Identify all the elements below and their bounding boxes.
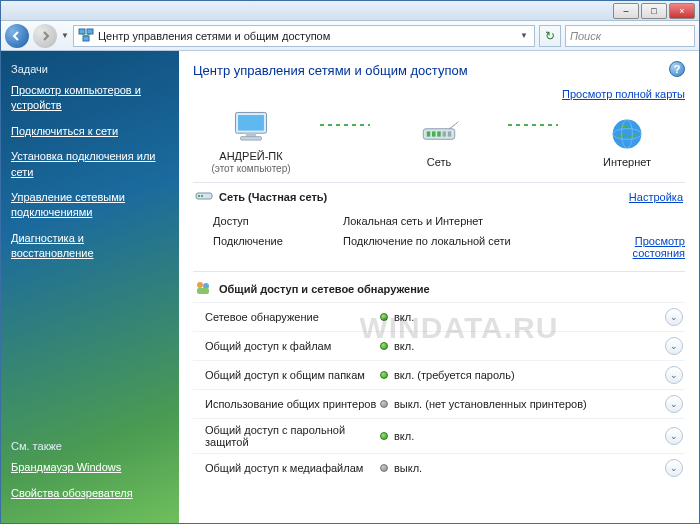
svg-rect-0 <box>79 29 85 34</box>
option-name: Использование общих принтеров <box>205 398 380 410</box>
network-hub-small-icon <box>195 189 211 205</box>
svg-rect-23 <box>197 288 209 294</box>
view-full-map-link[interactable]: Просмотр полной карты <box>562 88 685 100</box>
network-hub-icon <box>418 119 460 149</box>
svg-rect-19 <box>198 195 200 197</box>
arrow-left-icon <box>12 31 22 41</box>
svg-rect-8 <box>241 137 262 140</box>
svg-rect-1 <box>87 29 93 34</box>
svg-rect-7 <box>246 133 256 136</box>
diagram-node-internet: Интернет <box>572 112 682 168</box>
diagram-node-network: Сеть <box>384 112 494 168</box>
sidebar-link-setup-connection[interactable]: Установка подключения или сети <box>11 149 169 180</box>
computer-icon <box>230 109 272 147</box>
option-status: выкл. (нет установленных принтеров) <box>380 398 665 410</box>
option-name: Общий доступ с парольной защитой <box>205 424 380 448</box>
sharing-section-header: Общий доступ и сетевое обнаружение <box>193 271 685 302</box>
sharing-option-row: Общий доступ к общим папкамвкл. (требует… <box>193 360 685 389</box>
sidebar-seealso-header: См. также <box>11 440 169 452</box>
users-icon <box>195 280 211 298</box>
arrow-right-icon <box>40 31 50 41</box>
diagram-node-pc: АНДРЕЙ-ПК(этот компьютер) <box>196 106 306 174</box>
sharing-option-row: Использование общих принтероввыкл. (нет … <box>193 389 685 418</box>
status-led-icon <box>380 464 388 472</box>
window: – □ × ▼ Центр управления сетями и общим … <box>0 0 700 524</box>
connection-label: Подключение <box>213 235 343 259</box>
svg-point-21 <box>197 282 203 288</box>
network-diagram: АНДРЕЙ-ПК(этот компьютер) <box>193 106 685 174</box>
status-led-icon <box>380 313 388 321</box>
maximize-button[interactable]: □ <box>641 3 667 19</box>
customize-link[interactable]: Настройка <box>629 191 683 203</box>
search-placeholder: Поиск <box>570 30 601 42</box>
option-status: вкл. <box>380 311 665 323</box>
svg-rect-6 <box>238 115 264 131</box>
option-name: Общий доступ к медиафайлам <box>205 462 380 474</box>
expand-chevron-icon[interactable]: ⌄ <box>665 337 683 355</box>
status-led-icon <box>380 371 388 379</box>
option-status: вкл. (требуется пароль) <box>380 369 665 381</box>
sidebar-link-connect-network[interactable]: Подключиться к сети <box>11 124 169 139</box>
network-row-access: Доступ Локальная сеть и Интернет <box>193 211 685 231</box>
option-status: выкл. <box>380 462 665 474</box>
svg-rect-11 <box>432 131 436 136</box>
close-button[interactable]: × <box>669 3 695 19</box>
back-button[interactable] <box>5 24 29 48</box>
sharing-option-row: Сетевое обнаружениевкл.⌄ <box>193 302 685 331</box>
expand-chevron-icon[interactable]: ⌄ <box>665 459 683 477</box>
expand-chevron-icon[interactable]: ⌄ <box>665 308 683 326</box>
diagram-pc-sub: (этот компьютер) <box>211 163 290 174</box>
expand-chevron-icon[interactable]: ⌄ <box>665 427 683 445</box>
diagram-line-1 <box>320 124 370 126</box>
help-button[interactable]: ? <box>669 61 685 77</box>
refresh-button[interactable]: ↻ <box>539 25 561 47</box>
forward-button[interactable] <box>33 24 57 48</box>
sharing-option-row: Общий доступ к файламвкл.⌄ <box>193 331 685 360</box>
sharing-section-title: Общий доступ и сетевое обнаружение <box>219 283 430 295</box>
svg-rect-14 <box>448 131 452 136</box>
titlebar: – □ × <box>1 1 699 21</box>
page-title: Центр управления сетями и общим доступом <box>193 63 685 78</box>
access-label: Доступ <box>213 215 343 227</box>
svg-rect-20 <box>201 195 203 197</box>
network-section-title: Сеть (Частная сеть) <box>219 191 621 203</box>
network-section: Сеть (Частная сеть) Настройка Доступ Лок… <box>193 182 685 263</box>
svg-rect-13 <box>443 131 447 136</box>
sidebar-link-view-computers[interactable]: Просмотр компьютеров и устройств <box>11 83 169 114</box>
address-bar[interactable]: Центр управления сетями и общим доступом… <box>73 25 535 47</box>
option-name: Общий доступ к файлам <box>205 340 380 352</box>
navbar: ▼ Центр управления сетями и общим доступ… <box>1 21 699 51</box>
option-status: вкл. <box>380 430 665 442</box>
status-led-icon <box>380 400 388 408</box>
option-name: Общий доступ к общим папкам <box>205 369 380 381</box>
search-input[interactable]: Поиск <box>565 25 695 47</box>
svg-point-15 <box>613 120 642 149</box>
sidebar-link-firewall[interactable]: Брандмауэр Windows <box>11 460 169 475</box>
svg-rect-12 <box>437 131 441 136</box>
network-center-icon <box>78 27 94 45</box>
svg-rect-2 <box>83 36 89 41</box>
connection-value: Подключение по локальной сети <box>343 235 605 259</box>
sidebar-link-internet-options[interactable]: Свойства обозревателя <box>11 486 169 501</box>
expand-chevron-icon[interactable]: ⌄ <box>665 395 683 413</box>
diagram-pc-label: АНДРЕЙ-ПК <box>219 150 282 162</box>
sidebar-link-manage-connections[interactable]: Управление сетевыми подключениями <box>11 190 169 221</box>
network-row-connection: Подключение Подключение по локальной сет… <box>193 231 685 263</box>
diagram-net-label: Сеть <box>427 156 451 168</box>
minimize-button[interactable]: – <box>613 3 639 19</box>
content: ? Центр управления сетями и общим доступ… <box>179 51 699 523</box>
diagram-line-2 <box>508 124 558 126</box>
view-status-link[interactable]: Просмотр состояния <box>633 235 685 259</box>
sharing-option-row: Общий доступ к медиафайламвыкл.⌄ <box>193 453 685 482</box>
address-dropdown[interactable]: ▼ <box>518 31 530 40</box>
sidebar-link-diagnostics[interactable]: Диагностика и восстановление <box>11 231 169 262</box>
expand-chevron-icon[interactable]: ⌄ <box>665 366 683 384</box>
status-led-icon <box>380 342 388 350</box>
status-led-icon <box>380 432 388 440</box>
diagram-inet-label: Интернет <box>603 156 651 168</box>
svg-rect-10 <box>427 131 431 136</box>
address-text: Центр управления сетями и общим доступом <box>98 30 514 42</box>
history-dropdown[interactable]: ▼ <box>61 31 69 40</box>
sharing-option-row: Общий доступ с парольной защитойвкл.⌄ <box>193 418 685 453</box>
sidebar-tasks-header: Задачи <box>11 63 169 75</box>
